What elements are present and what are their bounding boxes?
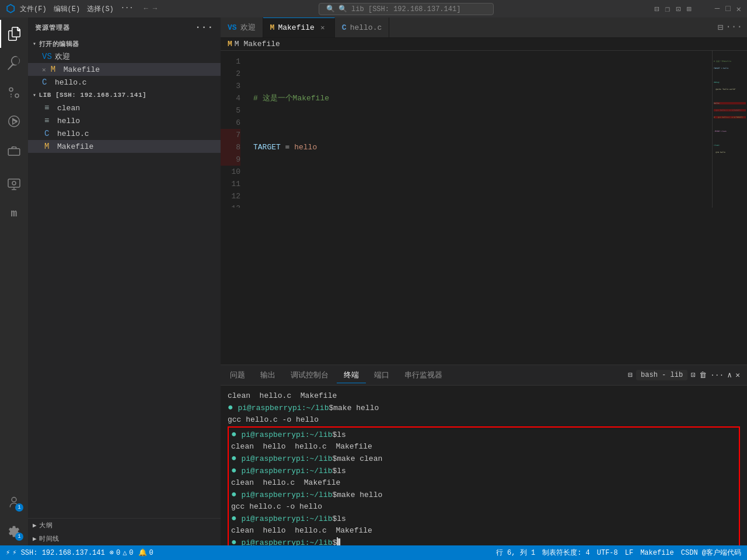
menu-edit[interactable]: 编辑(E): [54, 4, 81, 14]
statusbar-errors[interactable]: ⊗ 0 △ 0: [110, 548, 134, 557]
terminal-tab-debug-console[interactable]: 调试控制台: [284, 368, 336, 383]
minimap: # 这是一个Makefile TARGET = hello debug: @ec…: [712, 51, 747, 208]
sidebar-file-helloc[interactable]: C hello.c: [28, 127, 221, 140]
sidebar-more-icon[interactable]: ···: [195, 22, 214, 33]
makefile-file-icon: M: [44, 142, 54, 151]
code-text-2c: hello: [294, 141, 317, 153]
sidebar-file-hello[interactable]: ≡ hello: [28, 114, 221, 127]
sidebar-file-makefile[interactable]: M Makefile: [28, 140, 221, 153]
terminal-output-10: gcc hello.c -o hello: [231, 501, 736, 513]
terminal-prompt-4: pi@raspberrypi:~/lib: [241, 429, 332, 441]
line-numbers: 1 2 3 4 5 6 7 8 9 10 11 12 13 14 15: [221, 51, 244, 208]
ln-10: 10: [221, 166, 240, 178]
terminal-content[interactable]: clean hello.c Makefile ● pi@raspberrypi:…: [221, 386, 747, 545]
terminal-prompt-13: pi@raspberrypi:~/lib: [241, 537, 332, 545]
activity-extensions[interactable]: [0, 136, 28, 164]
close-button[interactable]: ✕: [736, 4, 741, 14]
minimize-button[interactable]: ─: [715, 4, 720, 14]
tab-bar-actions: ⊟ ···: [718, 22, 747, 33]
statusbar-position[interactable]: 行 6, 列 1: [496, 548, 535, 558]
statusbar-ssh[interactable]: ⚡ ⚡ SSH: 192.168.137.141: [6, 548, 105, 557]
svg-point-1: [12, 181, 16, 185]
search-icon: 🔍: [326, 5, 335, 13]
tab-welcome[interactable]: VS 欢迎: [221, 18, 263, 38]
terminal-dollar-2: $: [329, 402, 333, 414]
terminal-tab-output[interactable]: 输出: [253, 368, 282, 383]
ln-1: 1: [221, 55, 240, 68]
tab-makefile[interactable]: M Makefile ✕: [263, 18, 335, 38]
helloc-file-icon: C: [44, 129, 54, 138]
terminal-line-4: ● pi@raspberrypi:~/lib $ ls: [231, 429, 736, 441]
statusbar-notifications[interactable]: 🔔 0: [138, 548, 153, 557]
toggle-sidebar-icon[interactable]: ❐: [665, 4, 669, 14]
tab-more-icon[interactable]: ···: [725, 22, 742, 33]
terminal-tab-serial-monitor[interactable]: 串行监视器: [397, 368, 449, 383]
back-icon[interactable]: ←: [144, 5, 148, 13]
terminal-dot-6: ●: [231, 453, 237, 464]
title-window-controls: ⊟ ❐ ⊡ ⊞ ─ □ ✕: [654, 4, 741, 14]
sidebar-file-clean[interactable]: ≡ clean: [28, 102, 221, 114]
activity-settings[interactable]: 1: [0, 517, 28, 545]
split-editor-tab-icon[interactable]: ⊟: [718, 22, 724, 33]
terminal-tabs: 问题 输出 调试控制台 终端 端口 串行监视器 ⊟ bash - lib ⊡ 🗑…: [221, 365, 747, 386]
code-line-3: [253, 190, 712, 202]
sidebar-item-makefile[interactable]: ✕ M Makefile: [28, 63, 221, 76]
breadcrumb-icon: M: [228, 40, 232, 48]
statusbar-tab-size[interactable]: 制表符长度: 4: [542, 548, 590, 558]
terminal-header-controls: ⊟ bash - lib ⊡ 🗑 ··· ∧ ✕: [628, 370, 745, 380]
workspace-arrow: ▾: [33, 92, 37, 99]
search-box[interactable]: 🔍 🔍 lib [SSH: 192.168.137.141]: [319, 3, 494, 15]
terminal-dollar-6: $: [332, 453, 337, 465]
terminal-output-8: clean hello.c Makefile: [231, 477, 736, 489]
activity-search[interactable]: [0, 49, 28, 77]
statusbar-right: 行 6, 列 1 制表符长度: 4 UTF-8 LF Makefile CSDN…: [496, 548, 741, 558]
terminal-add-icon[interactable]: ⊡: [691, 370, 696, 380]
statusbar: ⚡ ⚡ SSH: 192.168.137.141 ⊗ 0 △ 0 🔔 0 行 6…: [0, 545, 747, 560]
makefile-close-icon[interactable]: ✕: [42, 66, 46, 74]
activity-run[interactable]: [0, 107, 28, 135]
menu-file[interactable]: 文件(F): [20, 4, 47, 14]
helloc-tab-type-icon: C: [342, 23, 347, 32]
welcome-tab-icon: VS: [42, 52, 51, 61]
terminal-close-icon[interactable]: ✕: [735, 370, 740, 380]
position-text: 行 6, 列 1: [496, 548, 535, 558]
terminal-tab-problems[interactable]: 问题: [223, 368, 252, 383]
statusbar-encoding[interactable]: UTF-8: [597, 549, 618, 557]
activity-source-control[interactable]: [0, 78, 28, 106]
statusbar-language[interactable]: Makefile: [640, 549, 674, 557]
toggle-panel-icon[interactable]: ⊡: [676, 4, 680, 14]
errors-icon: ⊗: [110, 548, 114, 557]
tab-helloc[interactable]: C hello.c: [335, 18, 389, 38]
terminal-tab-ports[interactable]: 端口: [367, 368, 396, 383]
outline-header[interactable]: ▶ 大纲: [28, 519, 221, 532]
activity-remote-explorer[interactable]: [0, 170, 28, 198]
menu-select[interactable]: 选择(S): [87, 4, 114, 14]
activity-makefile[interactable]: m: [0, 200, 28, 228]
terminal-line-11: ● pi@raspberrypi:~/lib $ ls: [231, 513, 736, 525]
terminal-trash-icon[interactable]: 🗑: [699, 371, 707, 380]
makefile-tab-close-button[interactable]: ✕: [318, 23, 327, 33]
timeline-label: 时间线: [39, 534, 60, 543]
search-text: 🔍 lib [SSH: 192.168.137.141]: [338, 5, 460, 13]
forward-icon[interactable]: →: [153, 5, 157, 13]
layout-icon[interactable]: ⊞: [686, 4, 691, 14]
activity-accounts[interactable]: 1: [0, 488, 28, 516]
encoding-text: UTF-8: [597, 549, 618, 557]
split-editor-icon[interactable]: ⊟: [654, 4, 659, 14]
terminal-maximize-icon[interactable]: ∧: [727, 370, 732, 380]
terminal-more-icon[interactable]: ···: [710, 371, 724, 380]
workspace-header[interactable]: ▾ LIB [SSH: 192.168.137.141]: [28, 89, 221, 102]
activity-explorer[interactable]: [0, 20, 28, 48]
statusbar-line-ending[interactable]: LF: [625, 549, 633, 557]
open-editors-header[interactable]: ▾ 打开的编辑器: [28, 37, 221, 50]
terminal-tab-terminal[interactable]: 终端: [337, 368, 366, 383]
terminal-dollar-13: $: [332, 537, 337, 545]
code-content[interactable]: # 这是一个Makefile TARGET = hello debug: @ec…: [244, 51, 712, 208]
terminal-split-icon[interactable]: ⊟: [628, 370, 633, 380]
code-editor[interactable]: 1 2 3 4 5 6 7 8 9 10 11 12 13 14 15 # 这是…: [221, 51, 747, 208]
maximize-button[interactable]: □: [725, 4, 730, 14]
sidebar-item-welcome[interactable]: VS 欢迎: [28, 50, 221, 63]
menu-more[interactable]: ···: [121, 4, 134, 14]
sidebar-item-helloc[interactable]: C hello.c: [28, 76, 221, 89]
timeline-header[interactable]: ▶ 时间线: [28, 532, 221, 545]
